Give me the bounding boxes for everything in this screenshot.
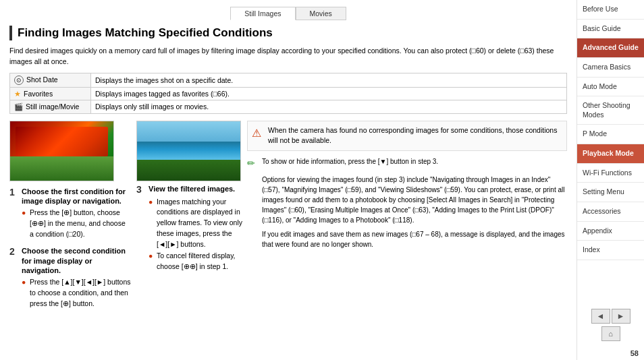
step-3: 3 View the filtered images. ● Images mat… bbox=[136, 184, 244, 274]
step-1: 1 Choose the first condition for image d… bbox=[9, 187, 131, 241]
nav-arrows: ◄ ► bbox=[591, 309, 630, 324]
table-row: ★Favorites Displays images tagged as fav… bbox=[10, 87, 567, 100]
step2-title: Choose the second condition for image di… bbox=[22, 246, 131, 275]
main-content: Still Images Movies Finding Images Match… bbox=[0, 0, 576, 360]
step3-body: ● Images matching your conditions are di… bbox=[149, 197, 244, 272]
note-2: ✏ Options for viewing the images found (… bbox=[247, 175, 567, 225]
sidebar-item-wifi[interactable]: Wi-Fi Functions bbox=[577, 164, 644, 183]
sidebar: Before Use Basic Guide Advanced Guide Ca… bbox=[576, 0, 644, 360]
warning-text: When the camera has found no correspondi… bbox=[268, 125, 562, 147]
step2-body-text: Press the [▲][▼][◄][►] buttons to choose… bbox=[30, 277, 131, 309]
table-row: 🎬Still image/Movie Displays only still i… bbox=[10, 100, 567, 113]
note-text-3: If you edit images and save them as new … bbox=[262, 229, 567, 249]
intro-text: Find desired images quickly on a memory … bbox=[9, 46, 567, 67]
step3-header: 3 View the filtered images. bbox=[136, 184, 244, 195]
sidebar-nav: ◄ ► ⌂ bbox=[577, 303, 644, 347]
step2-bullet: ● Press the [▲][▼][◄][►] buttons to choo… bbox=[22, 277, 131, 309]
sidebar-item-auto-mode[interactable]: Auto Mode bbox=[577, 78, 644, 97]
step1-body: ● Press the [⊕] button, choose [⊕⊕] in t… bbox=[22, 208, 131, 239]
bullet-dot-4: ● bbox=[149, 251, 154, 272]
bullet-dot-3: ● bbox=[149, 197, 154, 250]
step1-title: Choose the first condition for image dis… bbox=[22, 187, 131, 206]
step3-number: 3 bbox=[136, 184, 146, 195]
note-text-1: To show or hide information, press the [… bbox=[262, 156, 438, 171]
step-2: 2 Choose the second condition for image … bbox=[9, 246, 131, 310]
sidebar-item-playback-mode[interactable]: Playback Mode bbox=[577, 144, 644, 164]
tab-bar: Still Images Movies bbox=[9, 7, 567, 20]
note-1: ✏ To show or hide information, press the… bbox=[247, 156, 567, 171]
sidebar-item-other-shooting[interactable]: Other Shooting Modes bbox=[577, 96, 644, 125]
condition-favorites-label: ★Favorites bbox=[10, 87, 91, 100]
page-title: Finding Images Matching Specified Condit… bbox=[9, 26, 567, 40]
condition-favorites-desc: Displays images tagged as favorites (□66… bbox=[91, 87, 567, 100]
right-column: ⚠ When the camera has found no correspon… bbox=[247, 121, 567, 316]
warning-box: ⚠ When the camera has found no correspon… bbox=[247, 121, 567, 152]
sidebar-item-appendix[interactable]: Appendix bbox=[577, 222, 644, 241]
step1-image: ✓ bbox=[9, 121, 114, 181]
steps-images-row: ✓ 1 Choose the first condition for image… bbox=[9, 121, 239, 316]
step2-body: ● Press the [▲][▼][◄][►] buttons to choo… bbox=[22, 277, 131, 309]
bullet-dot-2: ● bbox=[22, 277, 27, 309]
next-button[interactable]: ► bbox=[612, 309, 630, 324]
sidebar-item-p-mode[interactable]: P Mode bbox=[577, 125, 644, 144]
step2-header: 2 Choose the second condition for image … bbox=[9, 246, 131, 275]
step1-body-text: Press the [⊕] button, choose [⊕⊕] in the… bbox=[30, 208, 131, 239]
step3-title: View the filtered images. bbox=[149, 184, 235, 193]
warning-icon: ⚠ bbox=[252, 125, 264, 147]
condition-shot-date-label: ⊙Shot Date bbox=[10, 73, 91, 87]
film-icon: 🎬 bbox=[14, 102, 23, 111]
star-icon: ★ bbox=[14, 90, 21, 98]
condition-still-movie-label: 🎬Still image/Movie bbox=[10, 100, 91, 113]
step1-header: 1 Choose the first condition for image d… bbox=[9, 187, 131, 206]
step3-image: 02/02/16 bbox=[136, 121, 241, 181]
step1-number: 1 bbox=[9, 187, 19, 198]
condition-still-movie-desc: Displays only still images or movies. bbox=[91, 100, 567, 113]
step2-number: 2 bbox=[9, 246, 19, 257]
sidebar-item-index[interactable]: Index bbox=[577, 241, 644, 260]
bullet-dot: ● bbox=[22, 208, 27, 239]
home-button[interactable]: ⌂ bbox=[601, 326, 620, 341]
sidebar-item-basic-guide[interactable]: Basic Guide bbox=[577, 20, 644, 39]
step3-body-text2: To cancel filtered display, choose [⊕⊕] … bbox=[157, 251, 244, 272]
table-row: ⊙Shot Date Displays the images shot on a… bbox=[10, 73, 567, 87]
prev-button[interactable]: ◄ bbox=[591, 309, 610, 324]
sidebar-item-advanced-guide[interactable]: Advanced Guide bbox=[577, 38, 644, 58]
clock-icon: ⊙ bbox=[14, 76, 24, 85]
step3-bullet1: ● Images matching your conditions are di… bbox=[149, 197, 244, 250]
left-column: ✓ 1 Choose the first condition for image… bbox=[9, 121, 239, 316]
note-icon-1: ✏ bbox=[247, 156, 258, 171]
sidebar-item-camera-basics[interactable]: Camera Basics bbox=[577, 58, 644, 78]
conditions-table: ⊙Shot Date Displays the images shot on a… bbox=[9, 73, 567, 114]
note-text-2: Options for viewing the images found (in… bbox=[262, 175, 567, 225]
condition-shot-date-desc: Displays the images shot on a specific d… bbox=[91, 73, 567, 87]
step3-bullet2: ● To cancel filtered display, choose [⊕⊕… bbox=[149, 251, 244, 272]
note-3: ✏ If you edit images and save them as ne… bbox=[247, 229, 567, 249]
step3-body-text1: Images matching your conditions are disp… bbox=[157, 197, 244, 250]
tab-movies[interactable]: Movies bbox=[296, 7, 346, 20]
page-number: 58 bbox=[577, 347, 644, 360]
step1-bullet: ● Press the [⊕] button, choose [⊕⊕] in t… bbox=[22, 208, 131, 239]
sidebar-item-setting-menu[interactable]: Setting Menu bbox=[577, 183, 644, 202]
sidebar-item-before-use[interactable]: Before Use bbox=[577, 0, 644, 20]
tab-still-images[interactable]: Still Images bbox=[230, 7, 295, 20]
two-col-layout: ✓ 1 Choose the first condition for image… bbox=[9, 121, 567, 316]
sidebar-item-accessories[interactable]: Accessories bbox=[577, 202, 644, 222]
